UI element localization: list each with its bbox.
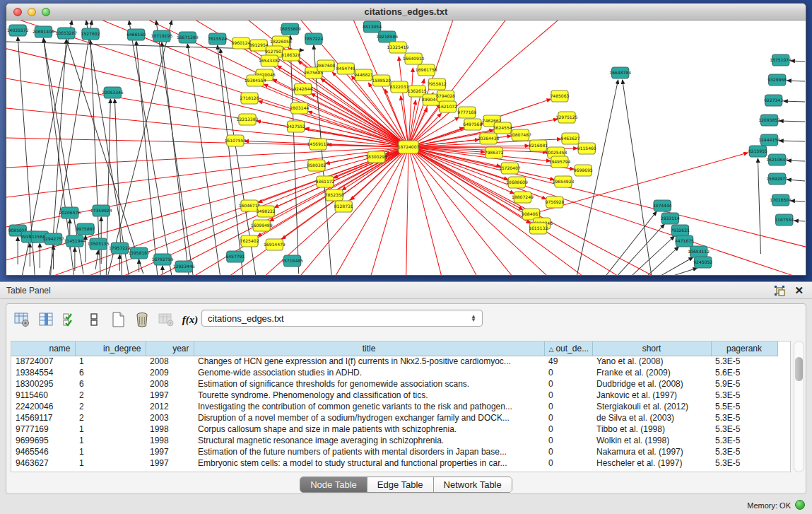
graph-node[interactable]: 16648784 bbox=[609, 67, 631, 78]
cell-title[interactable]: Changes of HCN gene expression and I(f) … bbox=[194, 356, 544, 367]
graph-edge-red[interactable] bbox=[408, 147, 806, 254]
cell-title[interactable]: Genome-wide association studies in ADHD. bbox=[194, 367, 544, 378]
graph-node[interactable]: 10688609 bbox=[506, 177, 528, 188]
graph-node[interactable]: 18807249 bbox=[512, 192, 534, 203]
graph-node[interactable]: 2933114 bbox=[661, 213, 680, 224]
cell-out_degree[interactable]: 0 bbox=[544, 390, 592, 401]
graph-node[interactable]: 13505135 bbox=[88, 238, 110, 250]
cell-year[interactable]: 1998 bbox=[146, 424, 194, 435]
graph-node[interactable]: 19384554 bbox=[245, 75, 266, 86]
tab-edge-table[interactable]: Edge Table bbox=[367, 477, 434, 492]
graph-node[interactable]: 20364436 bbox=[478, 133, 500, 144]
graph-node[interactable]: 12093852 bbox=[758, 115, 780, 126]
close-panel-icon[interactable]: ✕ bbox=[794, 284, 804, 297]
graph-edge-red[interactable] bbox=[6, 137, 408, 147]
graph-edge[interactable] bbox=[671, 268, 697, 275]
graph-node[interactable]: 2867608 bbox=[317, 60, 336, 71]
cell-in_degree[interactable]: 6 bbox=[75, 367, 146, 378]
cell-short[interactable]: Dudbridge et al. (2008) bbox=[592, 378, 711, 390]
cell-in_degree[interactable]: 1 bbox=[75, 446, 146, 457]
cell-name[interactable]: 9463627 bbox=[11, 457, 75, 469]
table-row[interactable]: 911546021997Tourette syndrome. Phenomeno… bbox=[11, 390, 777, 401]
graph-node[interactable]: 7852358 bbox=[325, 189, 344, 201]
column-checklist-button[interactable] bbox=[60, 310, 80, 329]
graph-node[interactable]: 9242844 bbox=[293, 83, 312, 95]
graph-edge[interactable] bbox=[758, 158, 760, 254]
cell-short[interactable]: Jankovic et al. (1997) bbox=[592, 390, 711, 401]
graph-node[interactable]: 16961758 bbox=[416, 64, 437, 76]
cell-name[interactable]: 9465546 bbox=[11, 446, 75, 457]
graph-node[interactable]: 9975887 bbox=[76, 223, 95, 235]
graph-edge[interactable] bbox=[577, 80, 618, 275]
table-row[interactable]: 1456911722003Disruption of a novel membe… bbox=[11, 412, 777, 424]
graph-node[interactable]: 6466160 bbox=[126, 29, 146, 40]
table-scrollbar-thumb[interactable] bbox=[795, 357, 803, 381]
cell-out_degree[interactable]: 0 bbox=[544, 367, 592, 378]
cell-year[interactable]: 1997 bbox=[146, 390, 194, 401]
cell-in_degree[interactable]: 2 bbox=[75, 412, 146, 424]
cell-year[interactable]: 2003 bbox=[146, 412, 194, 424]
cell-out_degree[interactable]: 0 bbox=[544, 412, 592, 424]
graph-node[interactable]: 12923446 bbox=[173, 261, 195, 272]
graph-node[interactable]: 9361172 bbox=[316, 176, 335, 187]
tab-node-table[interactable]: Node Table bbox=[300, 477, 367, 492]
graph-edge[interactable] bbox=[647, 247, 678, 275]
graph-node[interactable]: 3474444 bbox=[653, 200, 672, 211]
graph-node[interactable]: 10653287 bbox=[55, 28, 77, 39]
column-header-out_degree[interactable]: △out_de... bbox=[544, 341, 592, 356]
graph-node[interactable]: 7986372 bbox=[485, 147, 504, 158]
graph-node[interactable]: 9245052 bbox=[693, 257, 712, 268]
graph-node[interactable]: 6794028 bbox=[436, 90, 455, 102]
graph-node[interactable]: 14035572 bbox=[7, 25, 29, 36]
graph-node[interactable]: 9756928 bbox=[545, 197, 564, 208]
cell-in_degree[interactable]: 1 bbox=[75, 435, 146, 446]
column-header-year[interactable]: year bbox=[146, 341, 194, 356]
cell-year[interactable]: 2008 bbox=[146, 378, 194, 390]
column-header-short[interactable]: short bbox=[592, 341, 711, 356]
graph-edge[interactable] bbox=[787, 81, 805, 81]
graph-node[interactable]: 9329966 bbox=[767, 74, 787, 86]
graph-node[interactable]: 2718126 bbox=[240, 93, 259, 104]
cell-title[interactable]: Estimation of the future numbers of pati… bbox=[194, 446, 544, 457]
graph-node[interactable]: 10654112 bbox=[688, 246, 710, 257]
network-canvas[interactable]: 1403557220691406106532871527602646616010… bbox=[6, 21, 806, 275]
graph-node[interactable]: 1167534 bbox=[775, 214, 794, 226]
graph-node[interactable]: 16782759 bbox=[152, 254, 174, 265]
graph-node[interactable]: 7932621 bbox=[671, 225, 690, 236]
graph-node[interactable]: 8471675 bbox=[675, 235, 694, 247]
graph-edge[interactable] bbox=[218, 45, 243, 275]
cell-year[interactable]: 2009 bbox=[146, 367, 194, 378]
cell-title[interactable]: Investigating the contribution of common… bbox=[194, 401, 544, 412]
column-header-in_degree[interactable]: in_degree bbox=[75, 341, 146, 356]
cell-short[interactable]: Wolkin et al. (1998) bbox=[592, 435, 711, 446]
cell-pagerank[interactable]: 5.3E-5 bbox=[711, 390, 777, 401]
cell-short[interactable]: Hescheler et al. (1997) bbox=[592, 457, 711, 469]
graph-node[interactable]: 12942757 bbox=[42, 233, 64, 245]
graph-edge[interactable] bbox=[107, 21, 172, 275]
cell-out_degree[interactable]: 49 bbox=[544, 356, 592, 367]
cell-in_degree[interactable]: 2 bbox=[75, 390, 146, 401]
cell-title[interactable]: Tourette syndrome. Phenomenology and cla… bbox=[194, 390, 544, 401]
cell-name[interactable]: 22420046 bbox=[11, 401, 75, 412]
cell-short[interactable]: de Silva et al. (2003) bbox=[592, 412, 711, 424]
graph-node[interactable]: 14569117 bbox=[307, 139, 329, 150]
cell-pagerank[interactable]: 5.3E-5 bbox=[711, 435, 777, 446]
delete-column-button[interactable] bbox=[132, 310, 152, 329]
cell-in_degree[interactable]: 6 bbox=[75, 378, 146, 390]
cell-name[interactable]: 9777169 bbox=[11, 424, 75, 435]
graph-edge[interactable] bbox=[791, 201, 805, 201]
graph-node[interactable]: 19218586 bbox=[376, 31, 398, 42]
graph-node[interactable]: 8128731 bbox=[334, 201, 353, 212]
graph-edge-red[interactable] bbox=[408, 147, 491, 275]
graph-node[interactable]: 8322037 bbox=[389, 81, 408, 93]
graph-edge-red[interactable] bbox=[282, 147, 408, 239]
cell-out_degree[interactable]: 0 bbox=[544, 378, 592, 390]
table-row[interactable]: 1872400712008Changes of HCN gene express… bbox=[11, 356, 777, 367]
graph-node[interactable]: 9699695 bbox=[574, 165, 593, 176]
show-columns-button[interactable] bbox=[36, 310, 56, 329]
cell-in_degree[interactable]: 1 bbox=[75, 457, 146, 469]
graph-node[interactable]: 9115460 bbox=[577, 143, 596, 154]
graph-edge-red[interactable] bbox=[363, 147, 408, 275]
graph-node[interactable]: 8580302 bbox=[307, 160, 326, 171]
graph-node[interactable]: 10807487 bbox=[510, 129, 531, 141]
